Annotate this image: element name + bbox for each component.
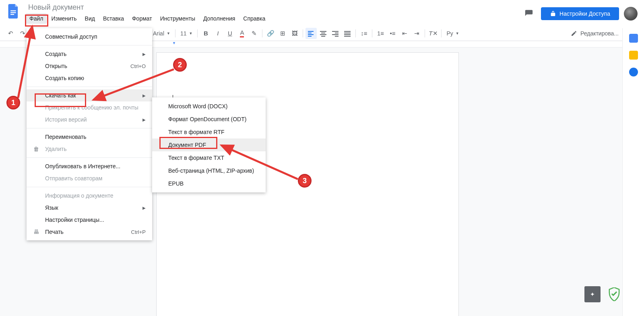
trash-icon: 🗑: [32, 146, 40, 152]
svg-rect-4: [308, 33, 312, 33]
svg-rect-3: [308, 31, 314, 32]
bold-button[interactable]: B: [200, 28, 211, 39]
svg-rect-8: [321, 33, 325, 33]
file-new[interactable]: Создать▶: [27, 48, 152, 60]
download-rtf[interactable]: Текст в формате RTF: [152, 126, 266, 138]
download-pdf[interactable]: Документ PDF: [152, 138, 266, 151]
add-comment-button[interactable]: ⊞: [277, 28, 288, 39]
editing-mode-selector[interactable]: Редактирова...: [567, 30, 623, 37]
numbered-list-button[interactable]: 1≡: [375, 28, 386, 39]
svg-rect-16: [344, 33, 351, 33]
file-language[interactable]: Язык▶: [27, 202, 152, 214]
download-html[interactable]: Веб-страница (HTML, ZIP-архив): [152, 164, 266, 177]
file-doc-info: Информация о документе: [27, 190, 152, 202]
file-email-attach: Прикрепить к сообщению эл. почты: [27, 101, 152, 114]
download-odt[interactable]: Формат OpenDocument (ODT): [152, 113, 266, 126]
increase-indent-button[interactable]: ⇥: [411, 28, 422, 39]
text-color-button[interactable]: A: [236, 28, 248, 39]
menu-addons[interactable]: Дополнения: [200, 13, 239, 24]
svg-rect-2: [10, 14, 14, 15]
file-email-collab: Отправить соавторам: [27, 172, 152, 184]
printer-icon: 🖶: [32, 229, 40, 235]
italic-button[interactable]: I: [212, 28, 223, 39]
annotation-callout-3: 3: [298, 174, 312, 188]
undo-button[interactable]: ↶: [5, 28, 16, 39]
annotation-callout-2: 2: [173, 58, 187, 72]
svg-rect-15: [344, 31, 351, 32]
svg-rect-13: [332, 34, 339, 35]
menu-view[interactable]: Вид: [81, 13, 99, 24]
download-epub[interactable]: EPUB: [152, 177, 266, 190]
share-label: Настройки Доступа: [559, 10, 610, 17]
docs-logo[interactable]: [6, 4, 21, 19]
explore-button[interactable]: ✦: [584, 286, 601, 302]
svg-rect-5: [308, 34, 314, 35]
clear-format-button[interactable]: T✕: [427, 28, 439, 39]
fontsize-selector[interactable]: 11▼: [178, 30, 195, 37]
align-center-button[interactable]: [318, 28, 329, 39]
shield-icon: [607, 287, 621, 302]
file-share[interactable]: Совместный доступ: [27, 31, 152, 43]
svg-rect-1: [10, 12, 16, 13]
svg-rect-6: [308, 36, 312, 37]
menu-format[interactable]: Формат: [128, 13, 156, 24]
file-page-setup[interactable]: Настройки страницы...: [27, 214, 152, 226]
share-button[interactable]: Настройки Доступа: [541, 7, 619, 20]
file-make-copy[interactable]: Создать копию: [27, 72, 152, 84]
lock-icon: [550, 10, 556, 17]
file-publish[interactable]: Опубликовать в Интернете...: [27, 160, 152, 172]
download-submenu: Microsoft Word (DOCX) Формат OpenDocumen…: [152, 97, 266, 192]
menu-file[interactable]: Файл: [26, 13, 47, 24]
file-download-as[interactable]: Скачать как▶: [27, 89, 152, 101]
svg-rect-18: [344, 36, 351, 37]
file-menu-dropdown: Совместный доступ Создать▶ ОткрытьCtrl+O…: [27, 28, 152, 240]
download-docx[interactable]: Microsoft Word (DOCX): [152, 100, 266, 113]
align-left-button[interactable]: [305, 28, 317, 39]
title-area: Новый документ Файл Изменить Вид Вставка…: [26, 2, 522, 24]
menu-edit[interactable]: Изменить: [47, 13, 80, 24]
bottom-actions: ✦: [584, 286, 621, 302]
svg-rect-10: [321, 36, 325, 37]
svg-rect-7: [320, 31, 326, 32]
svg-rect-11: [332, 31, 339, 32]
menu-help[interactable]: Справка: [239, 13, 269, 24]
menubar: Файл Изменить Вид Вставка Формат Инструм…: [26, 13, 522, 24]
pencil-icon: [571, 30, 577, 37]
file-print[interactable]: 🖶ПечатьCtrl+P: [27, 226, 152, 238]
menu-tools[interactable]: Инструменты: [157, 13, 199, 24]
calendar-addon-icon[interactable]: [629, 34, 638, 43]
download-txt[interactable]: Текст в формате TXT: [152, 151, 266, 164]
link-button[interactable]: 🔗: [265, 28, 276, 39]
spelling-selector[interactable]: Ру▼: [444, 30, 461, 37]
line-spacing-button[interactable]: ↕≡: [358, 28, 369, 39]
highlight-button[interactable]: ✎: [248, 28, 260, 39]
comments-button[interactable]: [522, 6, 536, 21]
decrease-indent-button[interactable]: ⇤: [399, 28, 410, 39]
svg-rect-0: [10, 10, 16, 11]
keep-addon-icon[interactable]: [629, 51, 638, 60]
underline-button[interactable]: U: [224, 28, 235, 39]
header-right: Настройки Доступа: [522, 2, 638, 21]
svg-rect-9: [320, 34, 326, 35]
side-panel: [622, 28, 644, 316]
file-delete: 🗑Удалить: [27, 143, 152, 155]
tasks-addon-icon[interactable]: [629, 68, 638, 76]
svg-rect-17: [344, 34, 351, 35]
svg-rect-14: [335, 36, 339, 37]
app-header: Новый документ Файл Изменить Вид Вставка…: [0, 0, 644, 26]
menu-insert[interactable]: Вставка: [99, 13, 128, 24]
avatar[interactable]: [624, 7, 638, 21]
file-open[interactable]: ОткрытьCtrl+O: [27, 60, 152, 72]
file-rename[interactable]: Переименовать: [27, 131, 152, 143]
align-right-button[interactable]: [330, 28, 341, 39]
image-button[interactable]: 🖼: [289, 28, 300, 39]
vertical-ruler: [6, 52, 13, 316]
annotation-callout-1: 1: [6, 96, 20, 109]
align-justify-button[interactable]: [342, 28, 353, 39]
svg-rect-12: [335, 33, 339, 33]
document-title[interactable]: Новый документ: [26, 2, 522, 12]
bulleted-list-button[interactable]: •≡: [387, 28, 398, 39]
font-selector[interactable]: Arial▼: [151, 30, 173, 37]
file-version-history: История версий▶: [27, 114, 152, 126]
